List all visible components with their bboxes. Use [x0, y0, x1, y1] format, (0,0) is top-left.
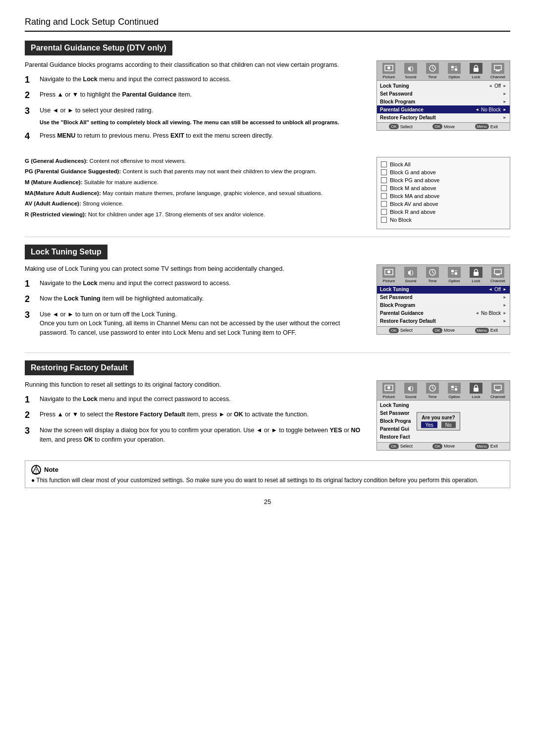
svg-rect-21	[474, 272, 479, 276]
menu-row-set-password: Set Password ►	[377, 90, 510, 98]
svg-rect-18	[455, 272, 457, 275]
fd-icon-time: Time	[423, 383, 442, 399]
lock-tuning-step-3: 3 Use ◄ or ► to turn on or turn off the …	[25, 310, 367, 338]
parental-step-3: 3 Use ◄ or ► to select your desired rati…	[25, 106, 367, 126]
parental-warning: Use the "Block All" setting to completel…	[40, 118, 339, 127]
lt-icon-lock: Lock	[466, 267, 486, 283]
lt-icon-option: Option	[444, 267, 464, 283]
fd-menu-footer: OK Select OK Move Menu Exit	[377, 442, 510, 450]
rating-block-ma: Block MA and above	[381, 193, 506, 199]
fd-menu-icon-bar: Picture Sound Time	[377, 381, 510, 401]
fd-row-lock-tuning: Lock Tuning	[377, 402, 510, 409]
svg-line-28	[432, 388, 434, 389]
menu-icon-option: Option	[444, 63, 464, 79]
factory-default-menu-box: Picture Sound Time	[376, 380, 510, 451]
note-box: Note ● This function will clear most of …	[25, 460, 510, 488]
lt-row-parental-guidance: Parental Guidance ◄ No Block ►	[377, 309, 510, 317]
ratings-list-box: Block All Block G and above Block PG and…	[376, 157, 510, 229]
menu-icon-time: Time	[423, 63, 442, 79]
rating-av: AV (Adult Audience): Strong violence.	[25, 200, 372, 208]
fd-step-2: 2 Press ▲ or ▼ to select the Restore Fac…	[25, 410, 367, 421]
parental-guidance-header: Parental Guidance Setup (DTV only)	[25, 41, 172, 55]
fd-row-restore-factory: Restore Fact	[377, 433, 510, 441]
rating-block-r: Block R and above	[381, 209, 506, 215]
parental-desc-ratings: G (General Audiences): Content not offen…	[25, 157, 510, 229]
lock-tuning-steps: 1 Navigate to the Lock menu and input th…	[25, 279, 367, 338]
note-text: ● This function will clear most of your …	[31, 477, 504, 484]
menu-icon-lock: Lock	[466, 63, 486, 79]
svg-point-37	[36, 471, 36, 472]
parental-step-4: 4 Press MENU to return to previous menu.…	[25, 131, 367, 142]
parental-guidance-section: Parental Guidance Setup (DTV only) Paren…	[25, 41, 510, 229]
fd-step-1: 1 Navigate to the Lock menu and input th…	[25, 395, 367, 405]
lt-icon-sound: Sound	[401, 267, 421, 283]
menu-icon-channel: Channel	[488, 63, 508, 79]
lock-tuning-description: Making use of Lock Tuning you can protec…	[25, 264, 367, 274]
fd-icon-lock: Lock	[466, 383, 486, 399]
svg-point-1	[387, 66, 390, 69]
lt-row-block-program: Block Program ►	[377, 302, 510, 309]
rating-g: G (General Audiences): Content not offen…	[25, 157, 372, 165]
menu-icon-sound: Sound	[401, 63, 421, 79]
fd-step-3: 3 Now the screen will display a dialog b…	[25, 426, 367, 445]
ratings-descriptions: G (General Audiences): Content not offen…	[25, 157, 372, 229]
lt-row-lock-tuning: Lock Tuning ◄ Off ►	[377, 286, 510, 294]
svg-rect-22	[494, 269, 501, 274]
rating-pg: PG (Parental Guidance Suggested): Conten…	[25, 167, 372, 176]
parental-left-col: Parental Guidance blocks programs accord…	[25, 60, 367, 147]
svg-line-16	[432, 272, 434, 273]
lt-menu-footer: OK Select OK Move Menu Exit	[377, 326, 510, 334]
fd-icon-picture: Picture	[379, 383, 399, 399]
lock-tuning-menu-box: Picture Sound Time	[376, 264, 510, 335]
dialog-yes-button[interactable]: Yes	[421, 421, 437, 428]
parental-step-2: 2 Press ▲ or ▼ to highlight the Parental…	[25, 90, 367, 101]
ratings-checkboxes: Block All Block G and above Block PG and…	[376, 157, 510, 229]
svg-line-4	[432, 68, 434, 69]
lock-tuning-section: Lock Tuning Setup Making use of Lock Tun…	[25, 245, 510, 343]
factory-default-description: Running this function to reset all setti…	[25, 380, 367, 390]
dialog-no-button[interactable]: No	[441, 421, 456, 428]
svg-rect-33	[474, 388, 479, 392]
lt-icon-picture: Picture	[379, 267, 399, 283]
svg-rect-29	[451, 386, 454, 388]
menu-row-lock-tuning: Lock Tuning ◄ Off ►	[377, 82, 510, 90]
fd-row-parental-guidance: Parental Gui Are you sure? Yes No	[377, 425, 510, 433]
parental-right-col: Picture Sound Time	[376, 60, 510, 147]
parental-description: Parental Guidance blocks programs accord…	[25, 60, 367, 70]
parental-steps: 1 Navigate to the Lock menu and input th…	[25, 75, 367, 142]
menu-icon-picture: Picture	[379, 63, 399, 79]
lt-menu-rows: Lock Tuning ◄ Off ► Set Password ► Block…	[377, 285, 510, 326]
menu-icon-bar: Picture Sound Time	[377, 61, 510, 81]
svg-rect-30	[455, 388, 457, 391]
svg-rect-5	[451, 66, 454, 68]
rating-block-m: Block M and above	[381, 185, 506, 191]
menu-row-restore-factory: Restore Factory Default ►	[377, 113, 510, 121]
svg-rect-17	[451, 270, 454, 272]
svg-point-25	[387, 386, 390, 389]
svg-rect-6	[455, 68, 457, 71]
factory-default-header: Restoring Factory Default	[25, 360, 134, 375]
are-you-sure-dialog: Are you sure? Yes No	[417, 412, 460, 430]
parental-step-1: 1 Navigate to the Lock menu and input th…	[25, 75, 367, 86]
fd-icon-sound: Sound	[401, 383, 421, 399]
lt-row-set-password: Set Password ►	[377, 294, 510, 302]
note-header: Note	[31, 465, 504, 475]
fd-icon-option: Option	[444, 383, 464, 399]
lt-row-restore-factory: Restore Factory Default ►	[377, 317, 510, 325]
svg-rect-10	[494, 65, 501, 70]
lock-tuning-menu-icon-bar: Picture Sound Time	[377, 265, 510, 285]
note-icon	[31, 465, 41, 475]
menu-row-parental-guidance: Parental Guidance ◄ No Block ►	[377, 105, 510, 113]
rating-block-g: Block G and above	[381, 169, 506, 175]
menu-footer: OK Select OK Move Menu Exit	[377, 122, 510, 130]
main-title: Rating and Lock Setup Continued	[25, 15, 510, 32]
lt-icon-time: Time	[423, 267, 442, 283]
rating-r: R (Restricted viewing): Not for children…	[25, 210, 372, 219]
main-title-text: Rating and Lock Setup	[25, 17, 115, 27]
rating-no-block: No Block	[381, 217, 506, 223]
menu-row-block-program: Block Program ►	[377, 98, 510, 105]
rating-block-all: Block All	[381, 161, 506, 167]
factory-default-steps: 1 Navigate to the Lock menu and input th…	[25, 395, 367, 445]
lock-tuning-step-1: 1 Navigate to the Lock menu and input th…	[25, 279, 367, 290]
lock-tuning-step-2: 2 Now the Lock Tuning item will be highl…	[25, 294, 367, 305]
